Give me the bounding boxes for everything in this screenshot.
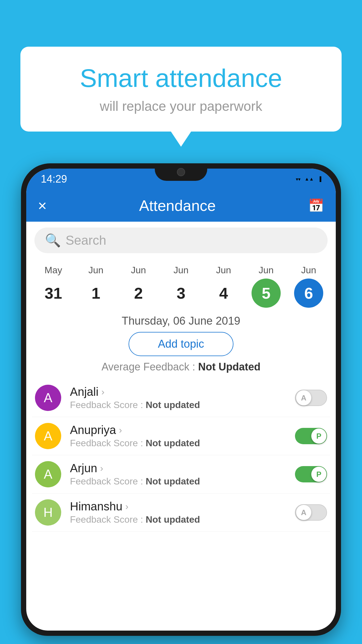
cal-month-1: Jun [88, 265, 103, 276]
battery-icon: ▐ [318, 176, 321, 182]
add-topic-button[interactable]: Add topic [129, 332, 233, 356]
toggle-container-1[interactable]: P [295, 428, 327, 444]
status-icons: ▾▾ ▲▲ ▐ [296, 176, 321, 182]
toggle-container-3[interactable]: A [295, 504, 327, 521]
student-item-1[interactable]: AAnupriya ›Feedback Score : Not updatedP [32, 417, 330, 455]
search-bar[interactable]: 🔍 Search [34, 228, 328, 253]
speech-bubble: Smart attendance will replace your paper… [20, 47, 342, 132]
calendar-day-3[interactable]: Jun3 [162, 265, 200, 308]
avg-feedback-value: Not Updated [198, 361, 261, 373]
cal-month-4: Jun [216, 265, 231, 276]
calendar-strip: May31Jun1Jun2Jun3Jun4Jun5Jun6 [26, 259, 336, 308]
search-placeholder: Search [66, 233, 106, 248]
phone-notch [155, 163, 207, 181]
wifi-icon: ▾▾ [296, 176, 301, 182]
cal-num-6[interactable]: 6 [294, 279, 323, 308]
cal-month-2: Jun [131, 265, 146, 276]
student-name-1: Anupriya › [70, 424, 295, 437]
selected-date: Thursday, 06 June 2019 [26, 315, 336, 327]
header-title: Attendance [139, 197, 216, 214]
cal-month-3: Jun [173, 265, 189, 276]
toggle-knob-3: A [296, 505, 311, 520]
student-name-3: Himanshu › [70, 500, 295, 513]
cal-num-4[interactable]: 4 [209, 279, 238, 308]
search-icon: 🔍 [45, 233, 61, 248]
calendar-day-0[interactable]: May31 [34, 265, 72, 308]
phone-outer: 14:29 ▾▾ ▲▲ ▐ × Attendance 📅 🔍 Search [21, 163, 341, 636]
calendar-day-1[interactable]: Jun1 [77, 265, 115, 308]
chevron-icon-0: › [101, 386, 105, 397]
toggle-knob-1: P [311, 428, 326, 444]
student-info-3: Himanshu ›Feedback Score : Not updated [70, 500, 295, 525]
phone-screen: 14:29 ▾▾ ▲▲ ▐ × Attendance 📅 🔍 Search [26, 169, 336, 631]
speech-bubble-container: Smart attendance will replace your paper… [20, 47, 342, 132]
avatar-1: A [35, 423, 61, 449]
student-list: AAnjali ›Feedback Score : Not updatedAAA… [26, 379, 336, 532]
app-header: × Attendance 📅 [26, 190, 336, 222]
cal-num-2[interactable]: 2 [124, 279, 153, 308]
toggle-container-0[interactable]: A [295, 390, 327, 406]
calendar-icon[interactable]: 📅 [308, 198, 324, 213]
avg-feedback-label: Average Feedback : [101, 361, 198, 373]
student-name-2: Arjun › [70, 462, 295, 475]
student-feedback-2: Feedback Score : Not updated [70, 476, 295, 487]
close-button[interactable]: × [38, 197, 47, 214]
signal-icon: ▲▲ [305, 176, 314, 182]
bubble-title: Smart attendance [44, 64, 318, 92]
student-feedback-1: Feedback Score : Not updated [70, 438, 295, 449]
calendar-day-5[interactable]: Jun5 [247, 265, 285, 308]
student-item-3[interactable]: HHimanshu ›Feedback Score : Not updatedA [32, 494, 330, 532]
toggle-knob-0: A [296, 390, 311, 405]
cal-month-0: May [45, 265, 62, 276]
toggle-2[interactable]: P [295, 466, 327, 482]
calendar-day-4[interactable]: Jun4 [205, 265, 242, 308]
toggle-3[interactable]: A [295, 504, 327, 521]
status-time: 14:29 [41, 173, 67, 185]
cal-month-5: Jun [259, 265, 274, 276]
bubble-subtitle: will replace your paperwork [44, 98, 318, 114]
phone-mockup: 14:29 ▾▾ ▲▲ ▐ × Attendance 📅 🔍 Search [21, 163, 341, 644]
toggle-container-2[interactable]: P [295, 466, 327, 482]
cal-month-6: Jun [301, 265, 316, 276]
student-info-2: Arjun ›Feedback Score : Not updated [70, 462, 295, 487]
student-name-0: Anjali › [70, 385, 295, 398]
toggle-0[interactable]: A [295, 390, 327, 406]
cal-num-3[interactable]: 3 [166, 279, 196, 308]
cal-num-1[interactable]: 1 [81, 279, 110, 308]
camera-dot [177, 168, 185, 176]
cal-num-5[interactable]: 5 [252, 279, 281, 308]
avatar-0: A [35, 385, 61, 411]
student-item-0[interactable]: AAnjali ›Feedback Score : Not updatedA [32, 379, 330, 417]
cal-num-0[interactable]: 31 [39, 279, 68, 308]
avatar-2: A [35, 461, 61, 487]
chevron-icon-3: › [125, 501, 129, 512]
student-info-0: Anjali ›Feedback Score : Not updated [70, 385, 295, 410]
chevron-icon-2: › [100, 463, 103, 474]
calendar-day-6[interactable]: Jun6 [290, 265, 328, 308]
student-item-2[interactable]: AArjun ›Feedback Score : Not updatedP [32, 455, 330, 494]
toggle-1[interactable]: P [295, 428, 327, 444]
avatar-3: H [35, 499, 61, 526]
avg-feedback: Average Feedback : Not Updated [26, 361, 336, 373]
student-info-1: Anupriya ›Feedback Score : Not updated [70, 424, 295, 449]
student-feedback-0: Feedback Score : Not updated [70, 400, 295, 410]
toggle-knob-2: P [311, 467, 326, 482]
chevron-icon-1: › [119, 425, 122, 435]
student-feedback-3: Feedback Score : Not updated [70, 514, 295, 525]
calendar-day-2[interactable]: Jun2 [120, 265, 157, 308]
